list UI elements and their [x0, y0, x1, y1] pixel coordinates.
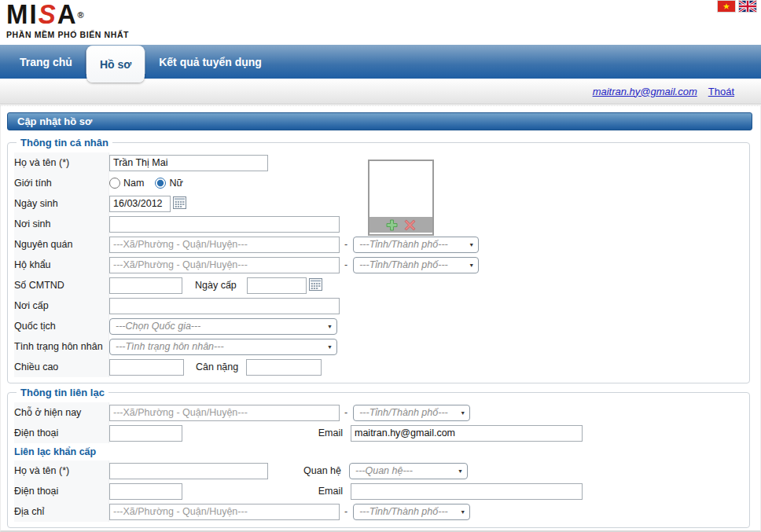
add-photo-icon[interactable]: [386, 219, 398, 231]
id-date-calendar-button[interactable]: [309, 278, 323, 292]
uk-flag-icon[interactable]: [739, 1, 756, 12]
current-address-province-select[interactable]: ---Tỉnh/Thành phố--- ▼: [353, 405, 470, 421]
select-value: ---Quan hệ---: [355, 465, 413, 476]
name-input[interactable]: [109, 155, 268, 171]
logo-tagline: PHẦN MỀM PHỔ BIẾN NHẤT: [6, 30, 129, 39]
chevron-down-icon: ▼: [469, 262, 474, 268]
misa-logo: MISA® PHẦN MỀM PHỔ BIẾN NHẤT: [6, 1, 129, 39]
gender-male-option: Nam: [109, 178, 144, 189]
relation-label: Quan hệ: [303, 465, 341, 476]
emergency-phone-input[interactable]: [109, 483, 182, 500]
nationality-select[interactable]: ---Chọn Quốc gia--- ▼: [109, 318, 337, 335]
chevron-down-icon: ▼: [327, 344, 333, 350]
user-email-link[interactable]: maitran.hy@gmail.com: [593, 86, 697, 97]
current-address-ward-input[interactable]: [109, 405, 340, 421]
form-row-emergency-name: Họ và tên (*) Quan hệ ---Quan hệ--- ▼: [14, 460, 743, 481]
id-date-input[interactable]: [247, 277, 307, 294]
logo-suffix: A: [57, 0, 78, 30]
hometown-label: Nguyên quán: [14, 234, 109, 255]
tab-trang-chu[interactable]: Trang chủ: [6, 45, 86, 79]
emergency-address-ward-input[interactable]: [109, 504, 340, 520]
select-value: ---Tỉnh/Thành phố---: [359, 407, 448, 418]
id-place-input[interactable]: [109, 298, 340, 314]
form-row-household: Hộ khẩu - ---Tỉnh/Thành phố--- ▼: [14, 255, 743, 275]
marital-label: Tình trạng hôn nhân: [14, 336, 109, 357]
emergency-name-input[interactable]: [109, 463, 268, 479]
select-value: ---Tỉnh/Thành phố---: [359, 259, 448, 270]
id-date-label: Ngày cấp: [195, 280, 241, 291]
contact-info-legend: Thông tin liên lạc: [17, 387, 108, 398]
marital-select[interactable]: ---Tình trạng hôn nhân--- ▼: [109, 339, 337, 355]
select-value: ---Chọn Quốc gia---: [116, 321, 200, 332]
relation-select[interactable]: ---Quan hệ--- ▼: [349, 463, 468, 479]
weight-input[interactable]: [246, 359, 322, 376]
select-value: ---Tỉnh/Thành phố---: [359, 239, 448, 250]
dash-separator: -: [344, 407, 347, 418]
main-nav: Trang chủ Hồ sơ Kết quả tuyển dụng: [0, 45, 761, 79]
dob-input[interactable]: [109, 196, 171, 212]
page-title: Cập nhật hồ sơ: [7, 112, 752, 130]
tab-ket-qua-tuyen-dung[interactable]: Kết quả tuyển dụng: [145, 45, 275, 79]
form-row-emergency-phone-email: Điện thoại Email: [14, 481, 743, 501]
select-value: ---Tỉnh/Thành phố---: [359, 506, 448, 517]
chevron-down-icon: ▼: [460, 410, 465, 416]
contact-info-section: Thông tin liên lạc Chỗ ở hiện nay - ---T…: [7, 387, 750, 528]
gender-female-radio[interactable]: [155, 178, 166, 189]
email-input[interactable]: [351, 425, 583, 442]
dob-calendar-button[interactable]: [173, 196, 187, 211]
hometown-province-select[interactable]: ---Tỉnh/Thành phố--- ▼: [353, 237, 479, 253]
emergency-phone-label: Điện thoại: [14, 481, 109, 501]
personal-info-section: Thông tin cá nhân Họ và tên (*) Giới tín…: [7, 137, 750, 383]
content-area: Cập nhật hồ sơ Thông tin cá nhân Họ và t…: [0, 105, 761, 532]
gender-female-option: Nữ: [155, 178, 182, 189]
emergency-name-label: Họ và tên (*): [14, 460, 109, 481]
tab-ho-so[interactable]: Hồ sơ: [86, 46, 145, 83]
household-province-select[interactable]: ---Tỉnh/Thành phố--- ▼: [353, 257, 479, 273]
emergency-address-label: Địa chỉ: [14, 501, 109, 522]
form-row-current-address: Chỗ ở hiện nay - ---Tỉnh/Thành phố--- ▼: [14, 402, 743, 423]
personal-info-legend: Thông tin cá nhân: [17, 137, 112, 149]
household-ward-input[interactable]: [109, 257, 340, 273]
dash-separator: -: [344, 239, 347, 250]
dash-separator: -: [344, 259, 347, 270]
chevron-down-icon: ▼: [327, 324, 333, 329]
form-row-id-place: Nơi cấp: [14, 295, 743, 316]
form-row-nationality: Quốc tịch ---Chọn Quốc gia--- ▼: [14, 316, 743, 336]
hometown-ward-input[interactable]: [109, 237, 340, 253]
form-row-phone-email: Điện thoại Email: [14, 423, 743, 443]
logo-wordmark: MISA®: [6, 0, 129, 29]
gender-male-radio[interactable]: [109, 178, 120, 189]
form-row-id-number: Số CMTND Ngày cấp: [14, 275, 743, 295]
phone-label: Điện thoại: [14, 423, 109, 443]
registered-mark: ®: [78, 10, 84, 20]
logo-prefix: MI: [6, 0, 39, 30]
height-label: Chiều cao: [14, 357, 109, 377]
emergency-email-input[interactable]: [351, 483, 583, 500]
calendar-icon: [309, 278, 322, 291]
form-row-emergency-address: Địa chỉ - ---Tỉnh/Thành phố--- ▼: [14, 501, 743, 522]
chevron-down-icon: ▼: [469, 242, 474, 248]
calendar-icon: [173, 196, 186, 209]
id-place-label: Nơi cấp: [14, 295, 109, 316]
household-label: Hộ khẩu: [14, 255, 109, 275]
email-label: Email: [313, 427, 343, 438]
emergency-address-province-select[interactable]: ---Tỉnh/Thành phố--- ▼: [353, 504, 470, 520]
birthplace-input[interactable]: [109, 216, 340, 233]
id-number-input[interactable]: [109, 277, 182, 294]
delete-photo-icon[interactable]: [404, 219, 416, 231]
dob-label: Ngày sinh: [14, 193, 109, 214]
emergency-contact-heading: Liên lạc khẩn cấp: [14, 443, 743, 460]
photo-toolbar: [369, 217, 432, 233]
id-number-label: Số CMTND: [14, 275, 109, 295]
language-switcher: [718, 1, 756, 12]
height-input[interactable]: [109, 359, 184, 376]
vietnam-flag-icon[interactable]: [718, 1, 735, 12]
form-row-height-weight: Chiều cao Cân nặng: [14, 357, 743, 377]
phone-input[interactable]: [109, 425, 182, 442]
logout-link[interactable]: Thoát: [708, 86, 734, 97]
name-label: Họ và tên (*): [14, 152, 109, 173]
photo-placeholder: [368, 160, 434, 236]
form-row-marital: Tình trạng hôn nhân ---Tình trạng hôn nh…: [14, 336, 743, 357]
chevron-down-icon: ▼: [460, 509, 465, 515]
nationality-label: Quốc tịch: [14, 316, 109, 336]
